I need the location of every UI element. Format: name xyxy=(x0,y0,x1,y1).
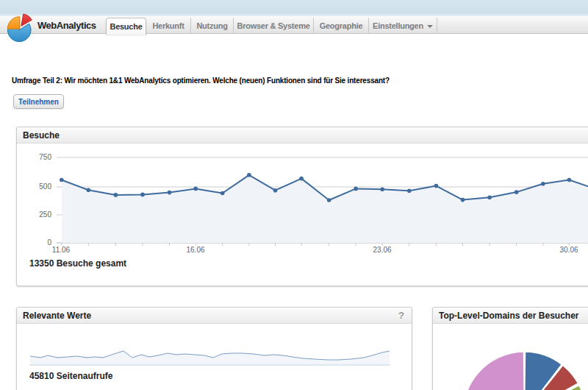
svg-text:23.06: 23.06 xyxy=(373,246,391,254)
svg-text:750: 750 xyxy=(39,153,51,161)
svg-text:250: 250 xyxy=(39,210,51,219)
svg-text:0: 0 xyxy=(47,238,51,247)
svg-text:500: 500 xyxy=(39,182,51,191)
svg-text:16.06: 16.06 xyxy=(186,246,204,254)
svg-text:11.06: 11.06 xyxy=(52,246,71,254)
svg-text:30.06: 30.06 xyxy=(559,246,578,254)
